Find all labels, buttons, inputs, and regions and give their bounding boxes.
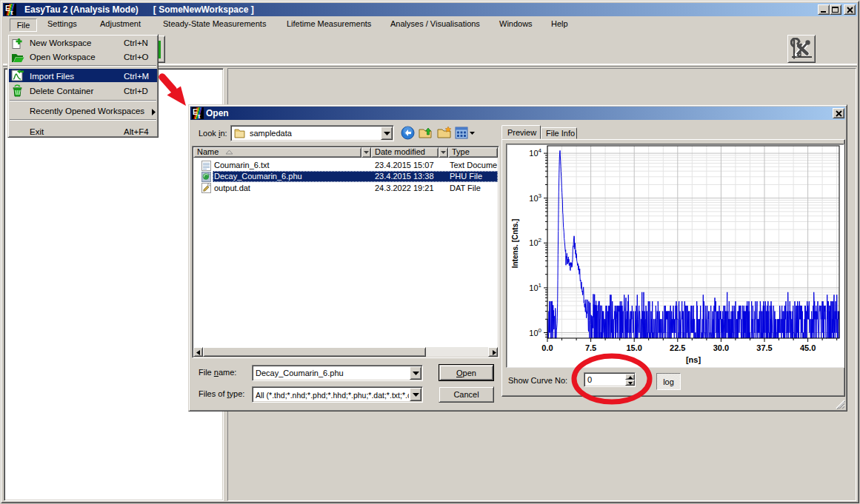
svg-text:15.0: 15.0 (626, 343, 641, 352)
svg-text:0.0: 0.0 (541, 343, 553, 352)
svg-text:45.0: 45.0 (800, 343, 816, 352)
svg-text:100: 100 (529, 327, 541, 337)
svg-text:104: 104 (529, 147, 541, 158)
svg-text:30.0: 30.0 (713, 343, 729, 352)
svg-text:101: 101 (529, 282, 541, 292)
svg-text:Intens. [Cnts.]: Intens. [Cnts.] (511, 219, 519, 269)
svg-text:22.5: 22.5 (670, 343, 685, 352)
svg-text:τ: τ (198, 112, 201, 119)
svg-text:37.5: 37.5 (756, 343, 772, 352)
svg-text:τ: τ (10, 8, 14, 16)
svg-text:103: 103 (529, 192, 541, 203)
svg-text:102: 102 (529, 237, 541, 247)
svg-text:[ns]: [ns] (686, 355, 701, 364)
svg-text:7.5: 7.5 (585, 343, 596, 352)
